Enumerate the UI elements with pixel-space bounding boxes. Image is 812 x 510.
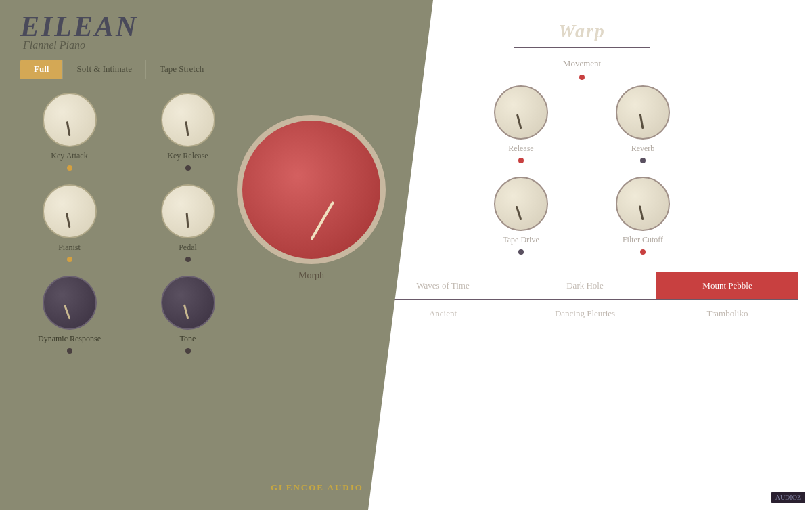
knob-group-pianist: Pianist (20, 184, 118, 262)
preset-dancing-fleuries[interactable]: Dancing Fleuries (514, 300, 656, 327)
knob-pianist[interactable] (43, 184, 97, 238)
knob-key-attack[interactable] (43, 93, 97, 147)
knob-pedal[interactable] (161, 184, 215, 238)
knob-dot-release (518, 158, 524, 163)
glencoe-brand: GLENCOE AUDIO (271, 482, 363, 493)
knob-label-dynamic-response: Dynamic Response (38, 334, 101, 344)
knob-group-pedal: Pedal (139, 184, 237, 262)
tab-bar: Full Soft & Intimate Tape Stretch (20, 60, 413, 79)
preset-dark-hole[interactable]: Dark Hole (514, 272, 656, 300)
knob-group-release: Release (494, 85, 548, 163)
movement-label: Movement (563, 58, 601, 69)
knob-group-key-attack: Key Attack (20, 93, 118, 171)
app: EILEAN Flannel Piano Full Soft & Intimat… (0, 0, 812, 510)
preset-tramboliko[interactable]: Tramboliko (656, 300, 798, 327)
knob-dot-pianist (67, 257, 72, 262)
knob-key-release[interactable] (161, 93, 215, 147)
knob-release[interactable] (494, 85, 548, 140)
knob-filter-cutoff[interactable] (616, 177, 670, 231)
movement-dot (579, 75, 585, 80)
knob-label-pedal: Pedal (179, 242, 197, 253)
header-left: EILEAN Flannel Piano (0, 0, 433, 51)
morph-knob[interactable] (237, 115, 386, 264)
knob-group-reverb: Reverb (616, 85, 670, 163)
morph-container: Morph (237, 115, 386, 264)
warp-divider (514, 47, 650, 48)
knob-dot-pedal (185, 257, 191, 262)
knob-dot-tone (185, 348, 191, 354)
knob-label-filter-cutoff: Filter Cutoff (623, 235, 663, 245)
knob-group-dynamic-response: Dynamic Response (20, 276, 118, 354)
left-panel: EILEAN Flannel Piano Full Soft & Intimat… (0, 0, 433, 510)
knob-dot-filter-cutoff (640, 249, 646, 255)
knob-label-key-attack: Key Attack (51, 151, 87, 161)
knob-label-reverb: Reverb (631, 144, 655, 154)
knob-tone[interactable] (161, 276, 215, 330)
knob-dot-tape-drive (518, 249, 524, 255)
knob-group-key-release: Key Release (139, 93, 237, 171)
warp-top-knob-row: Release Reverb (352, 85, 812, 163)
knob-reverb[interactable] (616, 85, 670, 140)
tab-full[interactable]: Full (20, 60, 63, 79)
morph-label: Morph (298, 270, 324, 281)
knob-dot-reverb (640, 158, 646, 163)
preset-section: Waves of Time Dark Hole Mount Pebble Anc… (372, 272, 798, 327)
left-knob-grid: Key Attack Key Release (0, 79, 257, 367)
knob-dot-dynamic-response (67, 348, 72, 354)
knob-label-key-release: Key Release (167, 151, 208, 161)
tab-soft[interactable]: Soft & Intimate (63, 60, 146, 79)
knob-dot-key-release (185, 165, 191, 171)
knob-dynamic-response[interactable] (43, 276, 97, 330)
brand-name: EILEAN (20, 12, 413, 41)
knob-label-tape-drive: Tape Drive (503, 235, 539, 245)
knob-dot-key-attack (67, 165, 72, 171)
knob-group-tape-drive: Tape Drive (494, 177, 548, 255)
knob-label-tone: Tone (180, 334, 196, 344)
warp-bottom-knob-row: Tape Drive Filter Cutoff (352, 177, 812, 255)
knob-group-filter-cutoff: Filter Cutoff (616, 177, 670, 255)
tab-tape[interactable]: Tape Stretch (146, 60, 217, 79)
audioz-badge: AUDIOZ (771, 492, 805, 503)
knob-tape-drive[interactable] (494, 177, 548, 231)
knob-label-pianist: Pianist (58, 242, 81, 253)
preset-mount-pebble[interactable]: Mount Pebble (656, 272, 798, 300)
knob-label-release: Release (508, 144, 533, 154)
knob-group-tone: Tone (139, 276, 237, 354)
brand-subtitle: Flannel Piano (23, 39, 413, 51)
preset-grid: Waves of Time Dark Hole Mount Pebble Anc… (372, 272, 798, 327)
